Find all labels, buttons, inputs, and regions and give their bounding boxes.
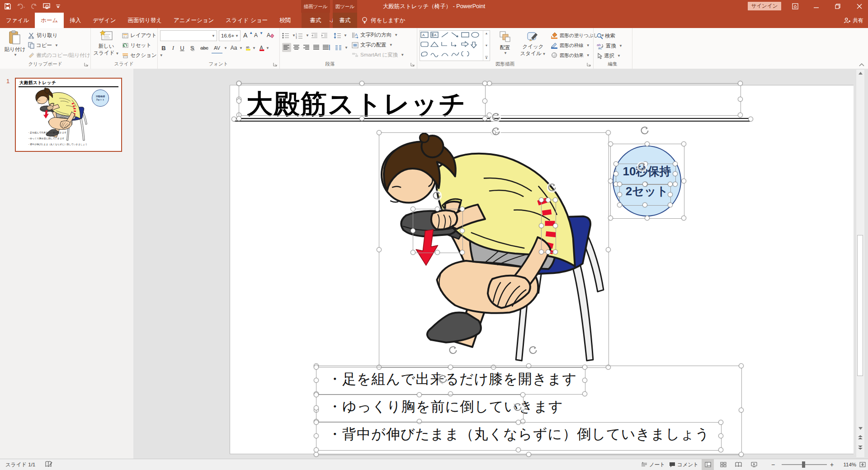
- ribbon-display-options-icon[interactable]: [788, 0, 803, 13]
- selection-handle[interactable]: [582, 365, 587, 370]
- tab-1[interactable]: ホーム: [35, 13, 64, 28]
- selection-handle[interactable]: [681, 216, 686, 221]
- selection-handle[interactable]: [236, 116, 241, 121]
- scrollbar-thumb[interactable]: [857, 235, 863, 376]
- char-spacing-button[interactable]: AV: [212, 43, 222, 53]
- shape-effects-button[interactable]: 図形の効果▼: [551, 51, 590, 60]
- selection-handle[interactable]: [718, 433, 723, 438]
- font-name-combo[interactable]: ▼: [160, 30, 217, 41]
- rotate-handle[interactable]: [513, 402, 523, 412]
- restore-button[interactable]: [830, 0, 845, 13]
- selection-handle[interactable]: [642, 202, 647, 207]
- selection-handle[interactable]: [435, 250, 440, 255]
- tab-2[interactable]: 挿入: [64, 13, 87, 28]
- selection-handle[interactable]: [617, 182, 622, 187]
- columns-button[interactable]: ▼: [335, 43, 348, 52]
- notes-button[interactable]: ノート: [641, 459, 665, 470]
- font-size-combo[interactable]: 16.6+▼: [219, 30, 241, 41]
- selection-handle[interactable]: [314, 378, 319, 383]
- selection-handle[interactable]: [377, 365, 382, 370]
- slideshow-view-button[interactable]: [748, 459, 760, 470]
- comments-button[interactable]: コメント: [669, 459, 698, 470]
- tell-me-box[interactable]: 何をしますか: [362, 13, 405, 28]
- bullets-button[interactable]: ▼: [282, 31, 296, 40]
- selection-handle[interactable]: [617, 202, 622, 207]
- selection-handle[interactable]: [738, 113, 743, 118]
- selection-handle[interactable]: [314, 452, 319, 457]
- bullet-line[interactable]: ・ゆっくり胸を前に倒していきます: [328, 397, 563, 416]
- zoom-level[interactable]: 114%: [837, 459, 856, 470]
- selection-handle[interactable]: [739, 363, 744, 368]
- justify-button[interactable]: [312, 43, 321, 52]
- selection-handle[interactable]: [359, 116, 364, 121]
- tab-4[interactable]: 画面切り替え: [122, 13, 168, 28]
- start-slideshow-icon[interactable]: [43, 0, 50, 13]
- rotate-handle[interactable]: [438, 374, 448, 384]
- selection-handle[interactable]: [520, 392, 525, 397]
- text-direction-button[interactable]: A 文字列の方向▼: [352, 30, 398, 40]
- reading-view-button[interactable]: [732, 459, 745, 470]
- selection-handle[interactable]: [236, 99, 241, 103]
- align-center-button[interactable]: [292, 43, 301, 52]
- selection-handle[interactable]: [673, 171, 678, 176]
- change-case-dropdown[interactable]: ▼: [239, 43, 242, 53]
- paste-button[interactable]: 貼り付け ▼: [4, 30, 26, 57]
- selection-handle[interactable]: [608, 216, 613, 221]
- selection-handle[interactable]: [460, 228, 465, 233]
- selection-handle[interactable]: [410, 250, 415, 255]
- selection-handle[interactable]: [231, 117, 236, 122]
- selection-handle[interactable]: [546, 249, 551, 254]
- selection-handle[interactable]: [314, 433, 319, 438]
- selection-handle[interactable]: [417, 392, 422, 397]
- selection-handle[interactable]: [526, 452, 531, 457]
- zoom-in-button[interactable]: +: [830, 459, 834, 470]
- format-painter-button[interactable]: 書式のコピー/貼り付け: [28, 51, 90, 60]
- selection-handle[interactable]: [236, 81, 241, 86]
- selection-handle[interactable]: [314, 392, 319, 397]
- grow-font-button[interactable]: A▲: [243, 30, 253, 40]
- slide-canvas[interactable]: 大殿筋ストレッチ 10秒保持 2セット ・足を組んで出来るだけ膝を開きます・ゆっ…: [133, 69, 854, 459]
- selection-handle[interactable]: [491, 365, 496, 370]
- shrink-font-button[interactable]: A▼: [254, 30, 263, 40]
- tab-file[interactable]: ファイル: [0, 13, 35, 28]
- underline-button[interactable]: U: [179, 43, 185, 53]
- align-right-button[interactable]: [302, 43, 311, 52]
- shape-gallery-scroll[interactable]: ▲ ▼ ▼: [483, 31, 490, 61]
- selection-handle[interactable]: [738, 97, 743, 102]
- shape-gallery[interactable]: A A: [420, 30, 490, 61]
- strikethrough-button[interactable]: abc: [199, 43, 210, 53]
- selection-handle[interactable]: [417, 419, 422, 424]
- selection-handle[interactable]: [681, 179, 686, 183]
- selection-handle[interactable]: [606, 365, 611, 370]
- selection-handle[interactable]: [739, 408, 744, 413]
- numbering-button[interactable]: 123▼: [296, 31, 309, 40]
- slide-sorter-view-button[interactable]: [717, 459, 729, 470]
- selection-handle[interactable]: [539, 249, 544, 254]
- new-slide-button[interactable]: 新しい スライド▼: [93, 30, 119, 56]
- replace-button[interactable]: abac 置換▼: [597, 41, 623, 51]
- next-slide-button[interactable]: [856, 444, 864, 451]
- selection-handle[interactable]: [668, 182, 673, 187]
- undo-icon[interactable]: [17, 0, 25, 13]
- rotate-handle[interactable]: [547, 183, 557, 193]
- selection-handle[interactable]: [314, 365, 319, 370]
- selection-handle[interactable]: [520, 419, 525, 424]
- tab-format-drawing[interactable]: 書式: [302, 13, 330, 28]
- convert-smartart-button[interactable]: SmartArt に変換▼: [352, 50, 404, 60]
- previous-slide-button[interactable]: [856, 434, 864, 441]
- find-button[interactable]: 検索: [597, 31, 615, 41]
- selection-handle[interactable]: [606, 130, 611, 135]
- selection-handle[interactable]: [613, 161, 618, 166]
- copy-button[interactable]: コピー ▼: [28, 41, 58, 50]
- selection-handle[interactable]: [645, 141, 650, 146]
- selection-handle[interactable]: [673, 161, 678, 166]
- selection-handle[interactable]: [314, 420, 319, 425]
- gallery-up-icon[interactable]: ▲: [485, 32, 488, 35]
- selection-handle[interactable]: [410, 228, 415, 233]
- selection-handle[interactable]: [582, 391, 587, 396]
- selection-handle[interactable]: [516, 420, 521, 425]
- tab-3[interactable]: デザイン: [87, 13, 122, 28]
- selection-handle[interactable]: [553, 223, 558, 228]
- selection-handle[interactable]: [314, 447, 319, 452]
- gallery-down-icon[interactable]: ▼: [485, 44, 488, 47]
